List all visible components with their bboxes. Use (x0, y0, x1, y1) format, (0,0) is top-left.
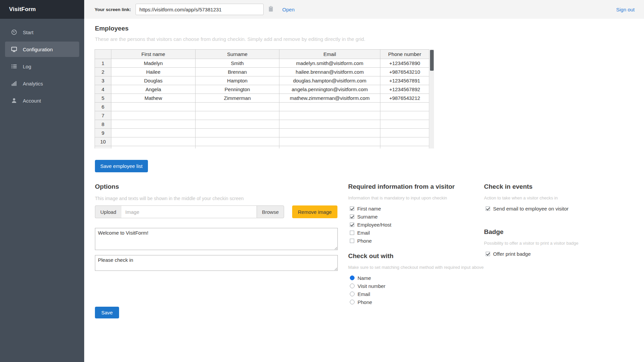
employees-title: Employees (95, 25, 128, 32)
grid-cell[interactable]: Zimmerman (196, 94, 279, 103)
grid-column-header[interactable]: Email (279, 50, 380, 59)
grid-cell[interactable] (279, 129, 380, 137)
screen-link-input[interactable] (136, 4, 264, 15)
grid-cell[interactable]: Brennan (196, 68, 279, 76)
radio-option[interactable]: Name (350, 274, 385, 282)
grid-cell[interactable] (111, 137, 196, 146)
grid-cell[interactable] (111, 129, 196, 137)
grid-cell[interactable]: +1234567892 (380, 85, 429, 94)
checkbox-option[interactable]: Email (350, 229, 391, 237)
grid-cell[interactable] (111, 103, 196, 111)
clipboard-icon (268, 6, 274, 13)
checkbox-input[interactable] (486, 252, 490, 256)
checkbox-input[interactable] (350, 206, 354, 211)
grid-cell[interactable]: +1234567890 (380, 59, 429, 68)
save-employee-list-button[interactable]: Save employee list (95, 160, 148, 172)
grid-cell[interactable]: douglas.hampton@visitform.com (279, 76, 380, 85)
grid-cell[interactable] (380, 129, 429, 137)
grid-cell[interactable]: Angela (111, 85, 196, 94)
grid-cell[interactable] (380, 146, 429, 149)
radio-option[interactable]: Email (350, 290, 385, 298)
grid-cell[interactable] (111, 111, 196, 120)
grid-cell[interactable]: Pennington (196, 85, 279, 94)
grid-cell[interactable]: +9876543212 (380, 94, 429, 103)
checkbox-option[interactable]: Surname (350, 213, 391, 221)
checkbox-option[interactable]: Phone (350, 237, 391, 245)
grid-cell[interactable]: angela.pennington@visitform.com (279, 85, 380, 94)
sidebar-item-account[interactable]: Account (5, 93, 79, 108)
row-number-cell: 9 (95, 129, 111, 137)
sidebar-item-configuration[interactable]: Configuration (5, 42, 79, 57)
radio-input[interactable] (350, 284, 355, 288)
radio-input[interactable] (350, 276, 355, 280)
grid-cell[interactable] (279, 103, 380, 111)
checkbox-input[interactable] (350, 239, 354, 243)
grid-cell[interactable] (279, 120, 380, 129)
checkbox-input[interactable] (350, 231, 354, 235)
grid-cell[interactable]: Smith (196, 59, 279, 68)
row-number-cell: 11 (95, 146, 111, 149)
grid-cell[interactable] (380, 103, 429, 111)
checkin-text-textarea[interactable]: Please check in (95, 255, 338, 271)
radio-input[interactable] (350, 300, 355, 304)
grid-cell[interactable]: hailee.brennan@visitform.com (279, 68, 380, 76)
checkbox-input[interactable] (486, 206, 490, 211)
grid-cell[interactable] (196, 146, 279, 149)
sidebar-item-analytics[interactable]: Analytics (5, 76, 79, 91)
grid-cell[interactable] (279, 146, 380, 149)
checkbox-option[interactable]: Send email to employee on visitor (486, 204, 569, 213)
row-number-cell: 4 (95, 85, 111, 94)
grid-cell[interactable] (196, 111, 279, 120)
image-filename-input[interactable] (121, 205, 257, 218)
grid-cell[interactable] (196, 120, 279, 129)
grid-cell[interactable]: madelyn.smith@visitform.com (279, 59, 380, 68)
grid-cell[interactable]: Madelyn (111, 59, 196, 68)
grid-scrollbar-thumb[interactable] (430, 50, 434, 71)
open-link[interactable]: Open (282, 7, 295, 12)
grid-column-header[interactable]: Phone number (380, 50, 429, 59)
checkbox-input[interactable] (350, 223, 354, 227)
sidebar-item-start[interactable]: Start (5, 24, 79, 40)
gauge-icon (11, 29, 17, 35)
grid-cell[interactable] (279, 111, 380, 120)
option-label: Offer print badge (493, 251, 531, 257)
radio-option[interactable]: Phone (350, 298, 385, 306)
save-options-button[interactable]: Save (95, 307, 119, 318)
grid-cell[interactable] (196, 103, 279, 111)
row-number-cell: 2 (95, 68, 111, 76)
radio-input[interactable] (350, 292, 355, 296)
browse-button[interactable]: Browse (257, 205, 284, 218)
option-label: Email (358, 291, 370, 297)
grid-cell[interactable]: mathew.zimmerman@visitform.com (279, 94, 380, 103)
grid-cell[interactable]: Hampton (196, 76, 279, 85)
grid-cell[interactable]: +1234567891 (380, 76, 429, 85)
grid-scrollbar[interactable] (430, 49, 434, 148)
checkbox-option[interactable]: Offer print badge (486, 250, 531, 258)
grid-cell[interactable] (111, 146, 196, 149)
grid-column-header[interactable]: First name (111, 50, 196, 59)
sidebar-item-log[interactable]: Log (5, 59, 79, 74)
copy-to-clipboard-button[interactable] (267, 5, 275, 13)
grid-cell[interactable] (196, 129, 279, 137)
grid-column-header[interactable]: Surname (196, 50, 279, 59)
remove-image-button[interactable]: Remove image (292, 205, 337, 218)
upload-button[interactable]: Upload (95, 205, 121, 218)
grid-cell[interactable]: +9876543210 (380, 68, 429, 76)
checkbox-option[interactable]: First name (350, 204, 391, 213)
grid-cell[interactable]: Douglas (111, 76, 196, 85)
grid-cell[interactable]: Hailee (111, 68, 196, 76)
grid-cell[interactable] (111, 120, 196, 129)
grid-cell[interactable]: Mathew (111, 94, 196, 103)
checkbox-option[interactable]: Employee/Host (350, 221, 391, 229)
checkin-events-title: Check in events (484, 183, 533, 190)
welcome-text-textarea[interactable]: Welcome to VisitForm! (95, 228, 338, 250)
grid-cell[interactable] (380, 137, 429, 146)
grid-cell[interactable] (279, 137, 380, 146)
table-row: 9 (95, 129, 429, 137)
grid-cell[interactable] (380, 120, 429, 129)
signout-link[interactable]: Sign out (616, 7, 635, 12)
grid-cell[interactable] (380, 111, 429, 120)
radio-option[interactable]: Visit number (350, 282, 385, 290)
checkbox-input[interactable] (350, 215, 354, 219)
grid-cell[interactable] (196, 137, 279, 146)
